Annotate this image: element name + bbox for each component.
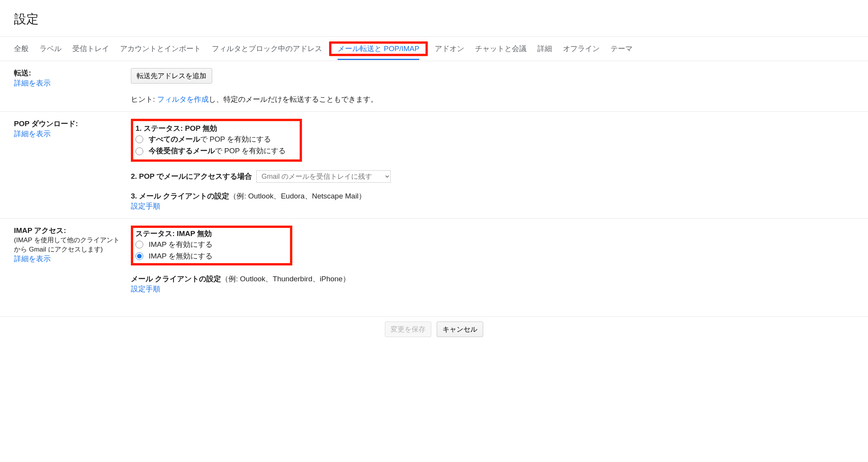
highlight-box-imap-status: ステータス: IMAP 無効 IMAP を有効にする IMAP を無効にする xyxy=(131,226,292,265)
create-filter-link[interactable]: フィルタを作成 xyxy=(157,95,209,103)
pop-status-value: POP 無効 xyxy=(185,124,217,132)
imap-enable-label: IMAP を有効にする xyxy=(149,239,213,250)
highlight-box-pop-status: 1. ステータス: POP 無効 すべてのメールで POP を有効にする 今後受… xyxy=(131,119,302,162)
imap-disable-radio[interactable]: IMAP を無効にする xyxy=(136,250,213,262)
tab-inbox[interactable]: 受信トレイ xyxy=(72,37,109,61)
imap-label: IMAP アクセス: xyxy=(14,226,123,236)
add-forwarding-address-button[interactable]: 転送先アドレスを追加 xyxy=(131,68,212,84)
pop-step3-label: 3. メール クライアントの設定 xyxy=(131,192,229,200)
forwarding-label: 転送: xyxy=(14,68,123,78)
cancel-button[interactable]: キャンセル xyxy=(437,322,483,337)
imap-learn-more-link[interactable]: 詳細を表示 xyxy=(14,255,51,263)
forwarding-hint: ヒント: フィルタを作成し、特定のメールだけを転送することもできます。 xyxy=(131,94,854,104)
tab-chat-meet[interactable]: チャットと会議 xyxy=(475,37,527,61)
tab-general[interactable]: 全般 xyxy=(14,37,29,61)
save-changes-button: 変更を保存 xyxy=(385,322,431,337)
imap-enable-radio-input[interactable] xyxy=(136,241,143,248)
tab-addons[interactable]: アドオン xyxy=(435,37,464,61)
tab-offline[interactable]: オフライン xyxy=(563,37,600,61)
hint-suffix: し、特定のメールだけを転送することもできます。 xyxy=(209,95,378,103)
imap-client-label: メール クライアントの設定 xyxy=(131,275,221,283)
tab-filters-blocked[interactable]: フィルタとブロック中のアドレス xyxy=(212,37,322,61)
pop-step2-label: 2. POP でメールにアクセスする場合 xyxy=(131,172,252,180)
settings-tabs: 全般 ラベル 受信トレイ アカウントとインポート フィルタとブロック中のアドレス… xyxy=(0,36,868,61)
section-imap-access: IMAP アクセス: (IMAP を使用して他のクライアントから Gmail に… xyxy=(0,219,868,301)
imap-disable-radio-input[interactable] xyxy=(136,252,143,260)
tab-advanced[interactable]: 詳細 xyxy=(537,37,552,61)
pop-step3-tail: （例: Outlook、Eudora、Netscape Mail） xyxy=(229,192,366,200)
highlight-box-active-tab: メール転送と POP/IMAP xyxy=(329,41,428,56)
page-title: 設定 xyxy=(0,0,868,36)
pop-radio1-tail: で POP を有効にする xyxy=(200,135,271,143)
section-forwarding: 転送: 詳細を表示 転送先アドレスを追加 ヒント: フィルタを作成し、特定のメー… xyxy=(0,61,868,112)
tab-themes[interactable]: テーマ xyxy=(611,37,633,61)
imap-config-steps-link[interactable]: 設定手順 xyxy=(131,285,160,293)
imap-enable-radio[interactable]: IMAP を有効にする xyxy=(136,239,213,250)
imap-status-prefix: ステータス: xyxy=(136,229,177,238)
imap-status-value: IMAP 無効 xyxy=(177,229,212,238)
tab-accounts-import[interactable]: アカウントとインポート xyxy=(120,37,201,61)
pop-radio2-bold: 今後受信するメール xyxy=(149,147,215,155)
pop-status-prefix: 1. ステータス: xyxy=(136,124,185,132)
pop-enable-all-radio-input[interactable] xyxy=(136,135,143,143)
pop-config-steps-link[interactable]: 設定手順 xyxy=(131,202,160,210)
hint-prefix: ヒント: xyxy=(131,95,157,103)
pop-enable-new-radio[interactable]: 今後受信するメールで POP を有効にする xyxy=(136,145,286,157)
footer-buttons: 変更を保存 キャンセル xyxy=(0,317,868,342)
pop-behavior-select[interactable]: Gmail のメールを受信トレイに残す xyxy=(256,170,391,183)
imap-client-tail: （例: Outlook、Thunderbird、iPhone） xyxy=(221,275,350,283)
pop-enable-all-radio[interactable]: すべてのメールで POP を有効にする xyxy=(136,133,286,145)
imap-disable-label: IMAP を無効にする xyxy=(149,250,213,262)
section-pop-download: POP ダウンロード: 詳細を表示 1. ステータス: POP 無効 すべてのメ… xyxy=(0,112,868,219)
pop-learn-more-link[interactable]: 詳細を表示 xyxy=(14,130,51,138)
pop-radio2-tail: で POP を有効にする xyxy=(215,147,286,155)
pop-radio1-bold: すべてのメール xyxy=(149,135,200,143)
imap-sublabel: (IMAP を使用して他のクライアントから Gmail にアクセスします) xyxy=(14,236,123,254)
pop-label: POP ダウンロード: xyxy=(14,119,123,129)
tab-labels[interactable]: ラベル xyxy=(39,37,62,61)
tab-forwarding-pop-imap[interactable]: メール転送と POP/IMAP xyxy=(338,38,419,60)
pop-enable-new-radio-input[interactable] xyxy=(136,147,143,155)
forwarding-learn-more-link[interactable]: 詳細を表示 xyxy=(14,79,51,87)
